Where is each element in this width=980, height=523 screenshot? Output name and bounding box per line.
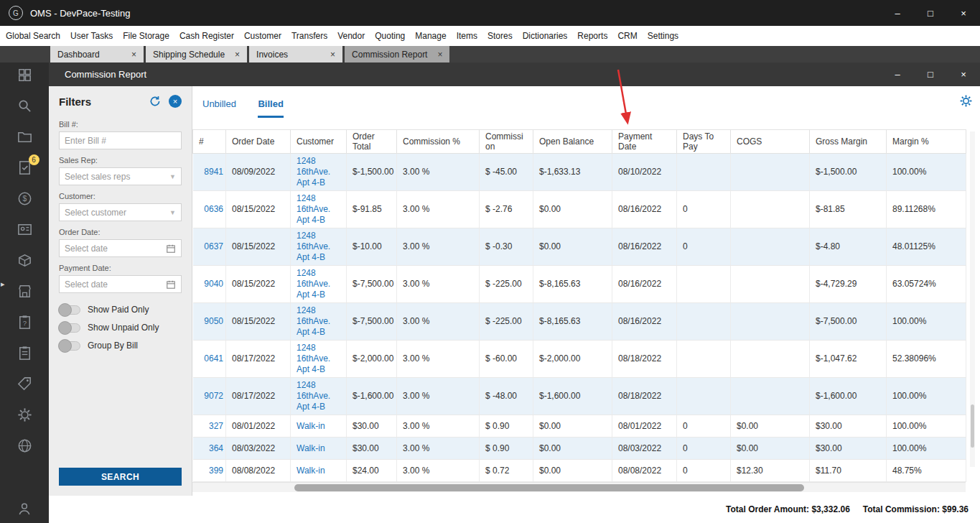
order-number-link[interactable]: 9072	[204, 391, 223, 401]
search-icon[interactable]	[17, 98, 33, 114]
tab-billed[interactable]: Billed	[258, 98, 283, 118]
customer-link[interactable]: 1248 16thAve. Apt 4-B	[297, 156, 330, 188]
menu-item-stores[interactable]: Stores	[487, 31, 513, 41]
refresh-icon[interactable]	[149, 95, 162, 108]
tasks-icon[interactable]: 6	[17, 159, 33, 176]
col-header-days-to-pay[interactable]: Days To Pay	[677, 130, 731, 154]
tab-close-icon[interactable]: ×	[330, 50, 335, 60]
customer-link[interactable]: 1248 16thAve. Apt 4-B	[297, 305, 330, 337]
customer-select[interactable]: Select customer ▼	[59, 203, 182, 221]
col-header-cogs[interactable]: COGS	[731, 130, 810, 154]
table-row[interactable]: 905008/15/20221248 16thAve. Apt 4-B$-7,5…	[193, 303, 966, 341]
inventory-icon[interactable]	[17, 252, 33, 269]
col-header-commission[interactable]: Commission	[480, 130, 533, 154]
store-icon[interactable]	[17, 283, 33, 300]
tab-unbilled[interactable]: Unbilled	[202, 98, 236, 116]
table-row[interactable]: 063708/15/20221248 16thAve. Apt 4-B$-10.…	[193, 228, 966, 266]
menu-item-crm[interactable]: CRM	[617, 31, 637, 41]
menu-item-manage[interactable]: Manage	[415, 31, 446, 41]
tab-commission-report[interactable]: Commission Report×	[345, 46, 449, 63]
show-paid-only-toggle[interactable]: Show Paid Only	[59, 305, 182, 315]
search-button[interactable]: SEARCH	[59, 468, 182, 486]
folder-icon[interactable]	[17, 129, 33, 145]
maximize-button[interactable]: □	[914, 0, 947, 26]
tab-invoices[interactable]: Invoices×	[249, 46, 342, 63]
contact-icon[interactable]	[17, 221, 33, 238]
order-number-link[interactable]: 8941	[204, 167, 223, 177]
menu-item-settings[interactable]: Settings	[648, 31, 678, 41]
customer-link[interactable]: 1248 16thAve. Apt 4-B	[297, 380, 330, 412]
customer-link[interactable]: Walk-in	[297, 466, 325, 476]
table-row[interactable]: 064108/17/20221248 16thAve. Apt 4-B$-2,0…	[193, 341, 966, 378]
filters-close-icon[interactable]: ×	[169, 95, 182, 108]
horizontal-scrollbar-thumb[interactable]	[294, 484, 804, 491]
order-number-link[interactable]: 9050	[204, 316, 223, 326]
menu-item-items[interactable]: Items	[457, 31, 477, 41]
table-row[interactable]: 894108/09/20221248 16thAve. Apt 4-B$-1,5…	[193, 154, 966, 191]
close-button[interactable]: ×	[947, 0, 980, 26]
col-header-order-number[interactable]: #	[193, 130, 226, 154]
toggle-switch[interactable]	[59, 323, 80, 333]
tab-shipping-schedule[interactable]: Shipping Schedule×	[146, 46, 247, 63]
order-date-input[interactable]: Select date	[59, 239, 182, 257]
bill-number-input[interactable]: Enter Bill #	[59, 131, 182, 149]
customer-link[interactable]: 1248 16thAve. Apt 4-B	[297, 343, 330, 374]
dashboard-icon[interactable]	[17, 67, 33, 83]
menu-item-customer[interactable]: Customer	[244, 31, 281, 41]
order-number-link[interactable]: 399	[209, 466, 223, 476]
tab-close-icon[interactable]: ×	[235, 50, 240, 60]
order-number-link[interactable]: 0637	[204, 241, 223, 251]
money-icon[interactable]: $	[17, 190, 33, 207]
payment-date-input[interactable]: Select date	[59, 275, 182, 293]
menu-item-transfers[interactable]: Transfers	[291, 31, 327, 41]
help-clipboard-icon[interactable]: ?	[17, 314, 33, 330]
order-number-link[interactable]: 0641	[204, 353, 223, 364]
sidebar-expander[interactable]: ▸	[1, 279, 5, 289]
customer-link[interactable]: 1248 16thAve. Apt 4-B	[297, 231, 330, 262]
user-icon[interactable]	[17, 501, 33, 517]
table-row[interactable]: 32708/01/2022Walk-in$30.003.00 %$ 0.90$0…	[193, 415, 966, 438]
table-row[interactable]: 063608/15/20221248 16thAve. Apt 4-B$-91.…	[193, 191, 966, 228]
group-by-bill-toggle[interactable]: Group By Bill	[59, 341, 182, 351]
horizontal-scrollbar[interactable]	[192, 482, 966, 492]
toggle-switch[interactable]	[59, 341, 80, 351]
gear-icon[interactable]	[959, 94, 973, 108]
menu-item-vendor[interactable]: Vendor	[337, 31, 365, 41]
clipboard-icon[interactable]	[17, 345, 33, 361]
calendar-icon[interactable]	[166, 279, 176, 290]
menu-item-quoting[interactable]: Quoting	[375, 31, 405, 41]
show-unpaid-only-toggle[interactable]: Show Unpaid Only	[59, 323, 182, 333]
vertical-scrollbar[interactable]	[970, 131, 975, 467]
vertical-scrollbar-thumb[interactable]	[971, 404, 974, 448]
menu-item-dictionaries[interactable]: Dictionaries	[523, 31, 568, 41]
table-row[interactable]: 904008/15/20221248 16thAve. Apt 4-B$-7,5…	[193, 266, 966, 303]
menu-item-user-tasks[interactable]: User Tasks	[70, 31, 113, 41]
col-header-payment-date[interactable]: Payment Date	[612, 130, 677, 154]
col-header-order-date[interactable]: Order Date	[226, 130, 291, 154]
customer-link[interactable]: 1248 16thAve. Apt 4-B	[297, 193, 330, 225]
customer-link[interactable]: 1248 16thAve. Apt 4-B	[297, 268, 330, 300]
tab-close-icon[interactable]: ×	[131, 50, 136, 60]
order-number-link[interactable]: 0636	[204, 204, 223, 214]
customer-link[interactable]: Walk-in	[297, 443, 325, 453]
menu-item-file-storage[interactable]: File Storage	[123, 31, 169, 41]
menu-item-reports[interactable]: Reports	[577, 31, 607, 41]
table-row[interactable]: 36408/03/2022Walk-in$30.003.00 %$ 0.90$0…	[193, 438, 966, 460]
col-header-customer[interactable]: Customer	[291, 130, 347, 154]
sales-rep-select[interactable]: Select sales reps ▼	[59, 167, 182, 185]
tab-close-icon[interactable]: ×	[437, 50, 442, 60]
col-header-open-balance[interactable]: Open Balance	[533, 130, 612, 154]
gear-icon[interactable]	[17, 407, 33, 423]
tag-icon[interactable]	[17, 376, 33, 392]
inner-minimize-button[interactable]: –	[881, 63, 914, 86]
calendar-icon[interactable]	[166, 244, 176, 254]
order-number-link[interactable]: 9040	[204, 279, 223, 289]
menu-item-cash-register[interactable]: Cash Register	[179, 31, 234, 41]
col-header-commission-pct[interactable]: Commission %	[397, 130, 480, 154]
tab-dashboard[interactable]: Dashboard×	[50, 46, 144, 63]
toggle-switch[interactable]	[59, 305, 80, 315]
col-header-margin-pct[interactable]: Margin %	[887, 130, 966, 154]
col-header-order-total[interactable]: Order Total	[347, 130, 397, 154]
inner-maximize-button[interactable]: □	[914, 63, 947, 86]
globe-icon[interactable]	[17, 438, 33, 454]
